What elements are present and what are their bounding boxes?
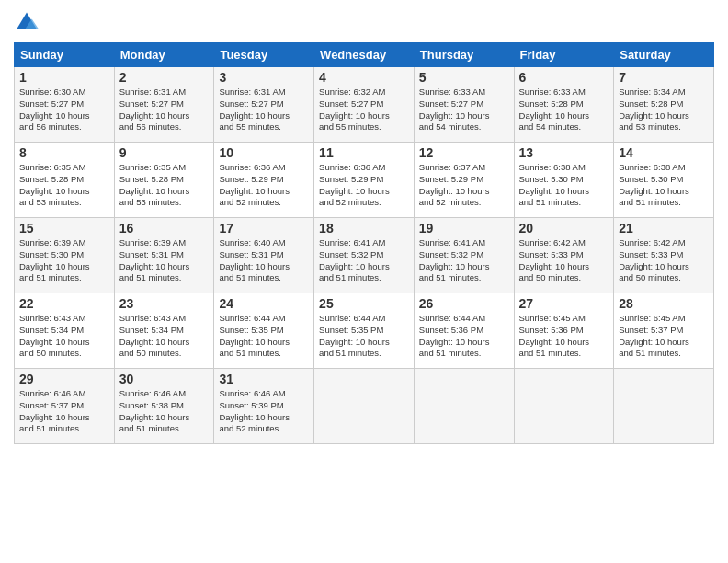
calendar-cell: 13Sunrise: 6:38 AMSunset: 5:30 PMDayligh… (514, 143, 614, 218)
day-number: 30 (119, 372, 210, 386)
day-number: 10 (219, 145, 309, 160)
day-number: 25 (319, 296, 409, 311)
day-number: 31 (219, 372, 309, 386)
calendar-cell: 20Sunrise: 6:42 AMSunset: 5:33 PMDayligh… (514, 218, 614, 293)
cell-text: Sunrise: 6:46 AMSunset: 5:37 PMDaylight:… (19, 388, 109, 435)
cell-text: Sunrise: 6:33 AMSunset: 5:27 PMDaylight:… (419, 86, 509, 133)
week-row-1: 1Sunrise: 6:30 AMSunset: 5:27 PMDaylight… (15, 67, 714, 143)
cell-text: Sunrise: 6:46 AMSunset: 5:38 PMDaylight:… (119, 388, 210, 435)
cell-text: Sunrise: 6:31 AMSunset: 5:27 PMDaylight:… (219, 86, 309, 133)
col-header-saturday: Saturday (614, 43, 714, 67)
day-number: 23 (119, 296, 210, 311)
calendar-cell: 15Sunrise: 6:39 AMSunset: 5:30 PMDayligh… (15, 218, 115, 293)
calendar-cell: 31Sunrise: 6:46 AMSunset: 5:39 PMDayligh… (214, 369, 314, 444)
cell-text: Sunrise: 6:41 AMSunset: 5:32 PMDaylight:… (319, 237, 409, 284)
day-number: 12 (419, 145, 509, 160)
col-header-tuesday: Tuesday (214, 43, 314, 67)
calendar-cell: 26Sunrise: 6:44 AMSunset: 5:36 PMDayligh… (414, 293, 514, 369)
calendar-cell (614, 369, 714, 444)
cell-text: Sunrise: 6:40 AMSunset: 5:31 PMDaylight:… (219, 237, 309, 284)
cell-text: Sunrise: 6:34 AMSunset: 5:28 PMDaylight:… (619, 86, 709, 133)
cell-text: Sunrise: 6:37 AMSunset: 5:29 PMDaylight:… (419, 162, 509, 209)
day-number: 27 (519, 296, 609, 311)
calendar-cell: 5Sunrise: 6:33 AMSunset: 5:27 PMDaylight… (414, 67, 514, 143)
week-row-3: 15Sunrise: 6:39 AMSunset: 5:30 PMDayligh… (15, 218, 714, 293)
calendar-cell: 3Sunrise: 6:31 AMSunset: 5:27 PMDaylight… (214, 67, 314, 143)
day-number: 5 (419, 70, 509, 85)
day-number: 15 (19, 221, 109, 236)
calendar-cell (314, 369, 415, 444)
calendar-cell: 23Sunrise: 6:43 AMSunset: 5:34 PMDayligh… (114, 293, 214, 369)
cell-text: Sunrise: 6:32 AMSunset: 5:27 PMDaylight:… (319, 86, 409, 133)
logo (14, 9, 43, 35)
cell-text: Sunrise: 6:30 AMSunset: 5:27 PMDaylight:… (19, 86, 109, 133)
day-number: 6 (519, 70, 609, 85)
calendar-cell: 25Sunrise: 6:44 AMSunset: 5:35 PMDayligh… (314, 293, 415, 369)
calendar-cell: 10Sunrise: 6:36 AMSunset: 5:29 PMDayligh… (214, 143, 314, 218)
calendar-cell: 24Sunrise: 6:44 AMSunset: 5:35 PMDayligh… (214, 293, 314, 369)
day-number: 9 (119, 145, 210, 160)
cell-text: Sunrise: 6:45 AMSunset: 5:37 PMDaylight:… (619, 313, 709, 360)
cell-text: Sunrise: 6:43 AMSunset: 5:34 PMDaylight:… (119, 313, 210, 360)
page-container: SundayMondayTuesdayWednesdayThursdayFrid… (0, 0, 728, 454)
cell-text: Sunrise: 6:38 AMSunset: 5:30 PMDaylight:… (519, 162, 609, 209)
calendar-cell: 7Sunrise: 6:34 AMSunset: 5:28 PMDaylight… (614, 67, 714, 143)
day-number: 28 (619, 296, 709, 311)
calendar-cell: 22Sunrise: 6:43 AMSunset: 5:34 PMDayligh… (15, 293, 115, 369)
calendar-cell: 1Sunrise: 6:30 AMSunset: 5:27 PMDaylight… (15, 67, 115, 143)
day-number: 29 (19, 372, 109, 386)
day-number: 2 (119, 70, 210, 85)
calendar-cell: 18Sunrise: 6:41 AMSunset: 5:32 PMDayligh… (314, 218, 415, 293)
day-number: 22 (19, 296, 109, 311)
day-number: 4 (319, 70, 409, 85)
calendar-cell: 29Sunrise: 6:46 AMSunset: 5:37 PMDayligh… (15, 369, 115, 444)
col-header-thursday: Thursday (414, 43, 514, 67)
cell-text: Sunrise: 6:39 AMSunset: 5:30 PMDaylight:… (19, 237, 109, 284)
day-number: 8 (19, 145, 109, 160)
cell-text: Sunrise: 6:36 AMSunset: 5:29 PMDaylight:… (319, 162, 409, 209)
cell-text: Sunrise: 6:44 AMSunset: 5:35 PMDaylight:… (219, 313, 309, 360)
week-row-4: 22Sunrise: 6:43 AMSunset: 5:34 PMDayligh… (15, 293, 714, 369)
calendar-cell: 21Sunrise: 6:42 AMSunset: 5:33 PMDayligh… (614, 218, 714, 293)
col-header-wednesday: Wednesday (314, 43, 415, 67)
day-number: 14 (619, 145, 709, 160)
calendar-cell: 11Sunrise: 6:36 AMSunset: 5:29 PMDayligh… (314, 143, 415, 218)
calendar-cell: 30Sunrise: 6:46 AMSunset: 5:38 PMDayligh… (114, 369, 214, 444)
calendar-cell: 19Sunrise: 6:41 AMSunset: 5:32 PMDayligh… (414, 218, 514, 293)
day-number: 21 (619, 221, 709, 236)
week-row-2: 8Sunrise: 6:35 AMSunset: 5:28 PMDaylight… (15, 143, 714, 218)
calendar-cell (414, 369, 514, 444)
day-number: 7 (619, 70, 709, 85)
calendar-cell: 9Sunrise: 6:35 AMSunset: 5:28 PMDaylight… (114, 143, 214, 218)
cell-text: Sunrise: 6:42 AMSunset: 5:33 PMDaylight:… (619, 237, 709, 284)
col-header-sunday: Sunday (15, 43, 115, 67)
col-header-monday: Monday (114, 43, 214, 67)
logo-icon (14, 9, 40, 35)
day-number: 18 (319, 221, 409, 236)
calendar-cell: 4Sunrise: 6:32 AMSunset: 5:27 PMDaylight… (314, 67, 415, 143)
cell-text: Sunrise: 6:31 AMSunset: 5:27 PMDaylight:… (119, 86, 210, 133)
cell-text: Sunrise: 6:33 AMSunset: 5:28 PMDaylight:… (519, 86, 609, 133)
cell-text: Sunrise: 6:42 AMSunset: 5:33 PMDaylight:… (519, 237, 609, 284)
day-number: 24 (219, 296, 309, 311)
calendar-cell: 27Sunrise: 6:45 AMSunset: 5:36 PMDayligh… (514, 293, 614, 369)
cell-text: Sunrise: 6:38 AMSunset: 5:30 PMDaylight:… (619, 162, 709, 209)
day-number: 16 (119, 221, 210, 236)
calendar-cell: 28Sunrise: 6:45 AMSunset: 5:37 PMDayligh… (614, 293, 714, 369)
calendar-cell: 17Sunrise: 6:40 AMSunset: 5:31 PMDayligh… (214, 218, 314, 293)
cell-text: Sunrise: 6:36 AMSunset: 5:29 PMDaylight:… (219, 162, 309, 209)
day-number: 3 (219, 70, 309, 85)
col-header-friday: Friday (514, 43, 614, 67)
header-row: SundayMondayTuesdayWednesdayThursdayFrid… (15, 43, 714, 67)
week-row-5: 29Sunrise: 6:46 AMSunset: 5:37 PMDayligh… (15, 369, 714, 444)
calendar-cell: 8Sunrise: 6:35 AMSunset: 5:28 PMDaylight… (15, 143, 115, 218)
page-header (14, 9, 714, 35)
cell-text: Sunrise: 6:39 AMSunset: 5:31 PMDaylight:… (119, 237, 210, 284)
day-number: 19 (419, 221, 509, 236)
cell-text: Sunrise: 6:45 AMSunset: 5:36 PMDaylight:… (519, 313, 609, 360)
cell-text: Sunrise: 6:44 AMSunset: 5:36 PMDaylight:… (419, 313, 509, 360)
calendar-table: SundayMondayTuesdayWednesdayThursdayFrid… (14, 42, 714, 444)
cell-text: Sunrise: 6:46 AMSunset: 5:39 PMDaylight:… (219, 388, 309, 435)
day-number: 11 (319, 145, 409, 160)
day-number: 1 (19, 70, 109, 85)
